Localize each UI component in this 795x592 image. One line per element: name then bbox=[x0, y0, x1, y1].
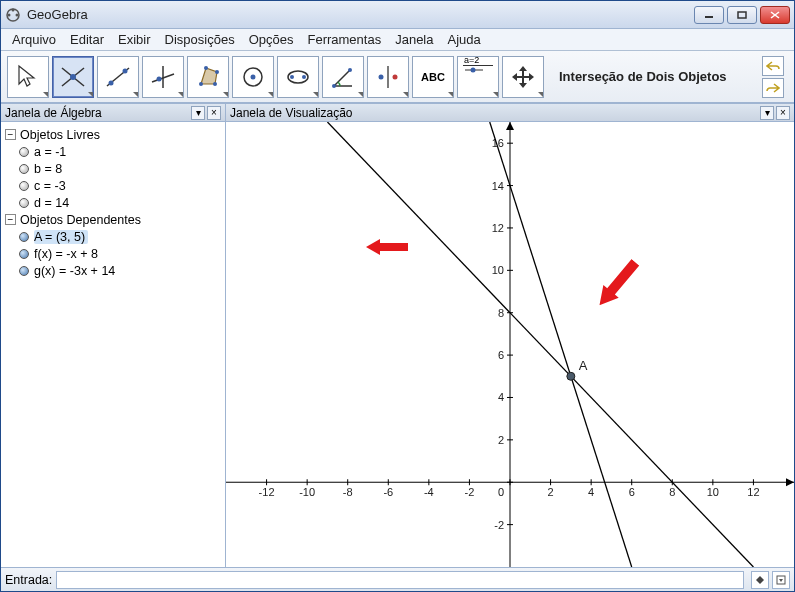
redo-button[interactable] bbox=[762, 78, 784, 98]
tool-move-view[interactable] bbox=[502, 56, 544, 98]
annotation-arrow bbox=[366, 235, 408, 263]
tool-move[interactable] bbox=[7, 56, 49, 98]
visibility-icon[interactable] bbox=[19, 181, 29, 191]
svg-text:4: 4 bbox=[498, 391, 504, 403]
svg-point-13 bbox=[123, 68, 128, 73]
tree-group[interactable]: −Objetos Livres bbox=[5, 126, 221, 143]
svg-text:8: 8 bbox=[498, 307, 504, 319]
svg-point-23 bbox=[251, 74, 256, 79]
svg-marker-89 bbox=[756, 576, 760, 584]
svg-text:-12: -12 bbox=[259, 486, 275, 498]
menu-exibir[interactable]: Exibir bbox=[111, 30, 158, 49]
svg-point-2 bbox=[16, 13, 19, 16]
tree-item-label: A = (3, 5) bbox=[34, 230, 88, 244]
svg-text:4: 4 bbox=[588, 486, 594, 498]
svg-marker-87 bbox=[366, 239, 408, 255]
input-help-button[interactable] bbox=[772, 571, 790, 589]
tree-item[interactable]: A = (3, 5) bbox=[5, 228, 221, 245]
tree-item-label: g(x) = -3x + 14 bbox=[34, 264, 115, 278]
svg-text:-2: -2 bbox=[494, 519, 504, 531]
tool-polygon[interactable] bbox=[187, 56, 229, 98]
tool-slider[interactable]: a=2 bbox=[457, 56, 499, 98]
tool-circle-center[interactable] bbox=[232, 56, 274, 98]
algebra-pane-header[interactable]: Janela de Álgebra ▾ × bbox=[1, 104, 225, 122]
svg-rect-5 bbox=[738, 12, 746, 18]
visibility-icon[interactable] bbox=[19, 266, 29, 276]
tree-group[interactable]: −Objetos Dependentes bbox=[5, 211, 221, 228]
toolbar: ABCa=2 Interseção de Dois Objetos bbox=[1, 51, 794, 103]
pane-close-icon[interactable]: × bbox=[776, 106, 790, 120]
svg-point-10 bbox=[70, 74, 76, 80]
visibility-icon[interactable] bbox=[19, 147, 29, 157]
tree-item[interactable]: a = -1 bbox=[5, 143, 221, 160]
svg-text:-4: -4 bbox=[424, 486, 434, 498]
visibility-icon[interactable] bbox=[19, 164, 29, 174]
tool-text[interactable]: ABC bbox=[412, 56, 454, 98]
tree-item[interactable]: c = -3 bbox=[5, 177, 221, 194]
tool-reflect[interactable] bbox=[367, 56, 409, 98]
svg-line-84 bbox=[490, 122, 632, 567]
menu-janela[interactable]: Janela bbox=[388, 30, 440, 49]
close-button[interactable] bbox=[760, 6, 790, 24]
pane-close-icon[interactable]: × bbox=[207, 106, 221, 120]
tool-perpendicular[interactable] bbox=[142, 56, 184, 98]
selected-tool-label: Interseção de Dois Objetos bbox=[559, 69, 727, 84]
menu-editar[interactable]: Editar bbox=[63, 30, 111, 49]
svg-text:2: 2 bbox=[498, 434, 504, 446]
pane-menu-icon[interactable]: ▾ bbox=[191, 106, 205, 120]
tree-item[interactable]: b = 8 bbox=[5, 160, 221, 177]
app-window: GeoGebra ArquivoEditarExibirDisposiçõesO… bbox=[0, 0, 795, 592]
svg-text:6: 6 bbox=[629, 486, 635, 498]
command-input[interactable] bbox=[56, 571, 744, 589]
svg-text:-8: -8 bbox=[343, 486, 353, 498]
svg-text:0: 0 bbox=[498, 486, 504, 498]
tree-item[interactable]: d = 14 bbox=[5, 194, 221, 211]
svg-point-19 bbox=[213, 82, 217, 86]
menu-opções[interactable]: Opções bbox=[242, 30, 301, 49]
app-logo-icon bbox=[5, 7, 21, 23]
svg-point-33 bbox=[471, 68, 476, 73]
svg-text:-6: -6 bbox=[383, 486, 393, 498]
undo-button[interactable] bbox=[762, 56, 784, 76]
svg-point-25 bbox=[290, 75, 294, 79]
menu-ferramentas[interactable]: Ferramentas bbox=[300, 30, 388, 49]
menubar[interactable]: ArquivoEditarExibirDisposiçõesOpçõesFerr… bbox=[1, 29, 794, 51]
svg-point-3 bbox=[12, 8, 15, 11]
tool-intersect[interactable] bbox=[52, 56, 94, 98]
svg-text:14: 14 bbox=[492, 180, 504, 192]
minimize-button[interactable] bbox=[694, 6, 724, 24]
tool-ellipse[interactable] bbox=[277, 56, 319, 98]
svg-marker-90 bbox=[760, 576, 764, 584]
tool-angle[interactable] bbox=[322, 56, 364, 98]
svg-text:-2: -2 bbox=[465, 486, 475, 498]
svg-point-31 bbox=[393, 74, 398, 79]
algebra-tree[interactable]: −Objetos Livresa = -1b = 8c = -3d = 14−O… bbox=[1, 122, 225, 567]
visibility-icon[interactable] bbox=[19, 198, 29, 208]
tree-item[interactable]: f(x) = -x + 8 bbox=[5, 245, 221, 262]
titlebar[interactable]: GeoGebra bbox=[1, 1, 794, 29]
tree-item-label: f(x) = -x + 8 bbox=[34, 247, 98, 261]
svg-point-16 bbox=[157, 76, 162, 81]
tree-item-label: c = -3 bbox=[34, 179, 66, 193]
svg-text:12: 12 bbox=[747, 486, 759, 498]
maximize-button[interactable] bbox=[727, 6, 757, 24]
svg-text:-10: -10 bbox=[299, 486, 315, 498]
algebra-pane: Janela de Álgebra ▾ × −Objetos Livresa =… bbox=[1, 104, 226, 567]
svg-text:2: 2 bbox=[548, 486, 554, 498]
svg-rect-4 bbox=[705, 16, 713, 18]
tree-item[interactable]: g(x) = -3x + 14 bbox=[5, 262, 221, 279]
menu-ajuda[interactable]: Ajuda bbox=[440, 30, 487, 49]
menu-disposições[interactable]: Disposições bbox=[158, 30, 242, 49]
viz-pane-title: Janela de Visualização bbox=[230, 106, 353, 120]
visibility-icon[interactable] bbox=[19, 232, 29, 242]
visibility-icon[interactable] bbox=[19, 249, 29, 259]
graphics-view[interactable]: -12-10-8-6-4-224681012-22468101214160A bbox=[226, 122, 794, 567]
menu-arquivo[interactable]: Arquivo bbox=[5, 30, 63, 49]
pane-menu-icon[interactable]: ▾ bbox=[760, 106, 774, 120]
svg-marker-17 bbox=[201, 68, 217, 84]
tool-line-two-points[interactable] bbox=[97, 56, 139, 98]
input-dropdown-button[interactable] bbox=[751, 571, 769, 589]
viz-pane-header[interactable]: Janela de Visualização ▾ × bbox=[226, 104, 794, 122]
svg-text:A: A bbox=[579, 358, 588, 373]
tree-item-label: d = 14 bbox=[34, 196, 69, 210]
